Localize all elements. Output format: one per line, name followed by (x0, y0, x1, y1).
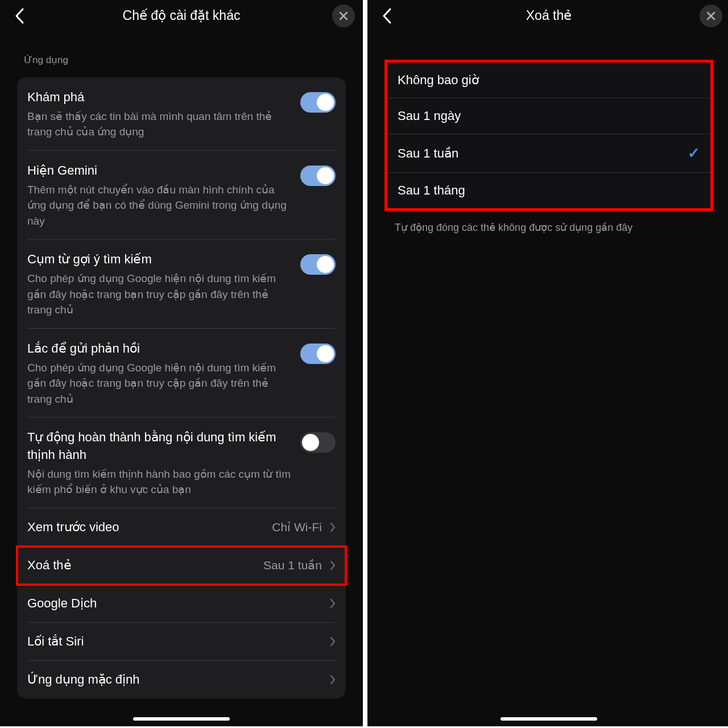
section-label: Ứng dụng (0, 31, 363, 77)
highlight-annotation: Không bao giờ Sau 1 ngày Sau 1 tuần ✓ Sa… (384, 60, 713, 211)
option-label: Sau 1 tháng (398, 183, 465, 198)
toggle-shake[interactable] (300, 344, 336, 364)
toggle-gemini[interactable] (300, 166, 336, 186)
row-desc: Thêm một nút chuyển vào đầu màn hình chí… (27, 182, 291, 229)
nav-delete-tabs[interactable]: Xoá thẻ Sau 1 tuần (17, 547, 346, 585)
row-title: Lắc để gửi phản hồi (27, 340, 291, 358)
chevron-right-icon (330, 636, 336, 647)
row-shake-feedback: Lắc để gửi phản hồi Cho phép ứng dụng Go… (27, 329, 336, 417)
chevron-right-icon (330, 675, 336, 685)
toggle-suggestions[interactable] (300, 254, 336, 275)
toggle-autocomplete[interactable] (300, 432, 336, 453)
home-indicator[interactable] (500, 717, 597, 721)
back-button[interactable] (8, 5, 31, 27)
header-bar: Xoá thẻ (367, 0, 728, 31)
page-title: Xoá thẻ (398, 8, 700, 23)
row-title: Tự động hoàn thành bằng nội dung tìm kiế… (27, 429, 291, 464)
close-button[interactable] (332, 5, 355, 27)
chevron-right-icon (330, 598, 336, 609)
nav-default-app[interactable]: Ứng dụng mặc định (27, 661, 336, 698)
nav-label: Ứng dụng mặc định (27, 672, 140, 687)
footer-description: Tự động đóng các thẻ không được sử dụng … (384, 211, 713, 234)
nav-google-translate[interactable]: Google Dịch (27, 585, 336, 623)
row-title: Khám phá (27, 89, 291, 106)
home-indicator[interactable] (133, 717, 230, 721)
chevron-right-icon (330, 560, 336, 570)
row-desc: Cho phép ứng dụng Google hiện nội dung t… (27, 271, 291, 318)
nav-value: Chỉ Wi-Fi (272, 520, 322, 534)
nav-label: Google Dịch (27, 596, 97, 611)
row-desc: Bạn sẽ thấy các tin bài mà mình quan tâm… (27, 109, 291, 140)
nav-label: Xoá thẻ (27, 558, 72, 573)
option-1-month[interactable]: Sau 1 tháng (387, 173, 710, 208)
row-autocomplete: Tự động hoàn thành bằng nội dung tìm kiế… (27, 417, 336, 508)
option-label: Sau 1 tuần (398, 146, 458, 161)
page-title: Chế độ cài đặt khác (31, 8, 332, 23)
row-title: Hiện Gemini (27, 162, 291, 180)
options-container: Không bao giờ Sau 1 ngày Sau 1 tuần ✓ Sa… (384, 60, 713, 234)
close-icon (338, 11, 349, 21)
close-icon (706, 11, 716, 21)
back-button[interactable] (375, 5, 398, 27)
option-1-week[interactable]: Sau 1 tuần ✓ (387, 134, 710, 173)
option-label: Sau 1 ngày (398, 109, 461, 123)
row-suggestions: Cụm từ gợi ý tìm kiếm Cho phép ứng dụng … (27, 239, 336, 328)
toggle-discover[interactable] (300, 92, 336, 113)
option-label: Không bao giờ (398, 73, 479, 88)
row-gemini: Hiện Gemini Thêm một nút chuyển vào đầu … (27, 151, 336, 239)
chevron-right-icon (330, 522, 336, 532)
delete-tabs-screen: Xoá thẻ Không bao giờ Sau 1 ngày Sau 1 t… (367, 0, 728, 726)
row-discover: Khám phá Bạn sẽ thấy các tin bài mà mình… (27, 77, 336, 151)
close-button[interactable] (700, 5, 722, 27)
nav-label: Lối tắt Siri (27, 634, 84, 649)
chevron-left-icon (15, 8, 24, 24)
option-1-day[interactable]: Sau 1 ngày (387, 98, 710, 134)
settings-screen: Chế độ cài đặt khác Ứng dụng Khám phá Bạ… (0, 0, 363, 726)
header-bar: Chế độ cài đặt khác (0, 0, 363, 31)
row-desc: Cho phép ứng dụng Google hiện nội dung t… (27, 360, 291, 407)
row-title: Cụm từ gợi ý tìm kiếm (27, 251, 291, 268)
row-desc: Nội dung tìm kiếm thịnh hành bao gồm các… (27, 466, 291, 498)
settings-card: Khám phá Bạn sẽ thấy các tin bài mà mình… (17, 77, 346, 698)
chevron-left-icon (382, 8, 391, 24)
nav-label: Xem trước video (27, 520, 119, 535)
checkmark-icon: ✓ (688, 144, 700, 162)
nav-value: Sau 1 tuần (263, 559, 322, 572)
nav-siri-shortcut[interactable]: Lối tắt Siri (27, 623, 336, 661)
option-never[interactable]: Không bao giờ (387, 63, 710, 98)
nav-video-preview[interactable]: Xem trước video Chỉ Wi-Fi (27, 508, 336, 547)
